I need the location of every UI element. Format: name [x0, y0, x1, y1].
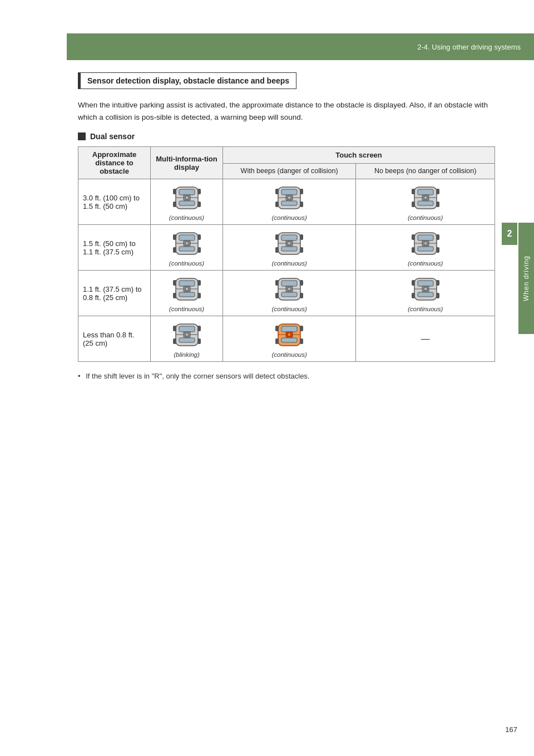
col-multi-header: Multi-informa-tion display [151, 147, 223, 179]
multi-info-cell: (blinking) [151, 316, 223, 362]
svg-rect-51 [418, 235, 433, 240]
svg-point-29 [424, 196, 427, 199]
svg-rect-91 [179, 326, 195, 332]
svg-rect-76 [275, 293, 279, 298]
header-bar: 2-4. Using other driving systems [67, 33, 534, 60]
svg-rect-31 [179, 235, 195, 240]
distance-cell: 1.5 ft. (50 cm) to 1.1 ft. (37.5 cm) [78, 225, 151, 271]
svg-point-99 [185, 333, 189, 336]
col-approx-header: Approximate distance to obstacle [78, 147, 151, 179]
svg-rect-81 [418, 281, 433, 286]
svg-rect-104 [275, 326, 279, 331]
svg-rect-95 [197, 326, 201, 331]
no-beeps-cell: (continuous) [356, 225, 495, 271]
svg-rect-107 [300, 338, 303, 344]
svg-rect-92 [179, 338, 195, 342]
no-beeps-cell: (continuous) [356, 271, 495, 316]
with-beeps-cell: (continuous) [223, 225, 356, 271]
svg-rect-62 [179, 292, 195, 297]
svg-rect-42 [281, 247, 297, 251]
svg-rect-67 [197, 293, 201, 298]
svg-rect-34 [173, 234, 176, 240]
svg-rect-32 [179, 247, 195, 251]
svg-rect-46 [275, 247, 279, 253]
svg-rect-96 [173, 338, 176, 344]
svg-rect-37 [197, 247, 201, 253]
svg-rect-1 [179, 189, 195, 195]
svg-rect-64 [173, 280, 176, 286]
svg-rect-84 [412, 280, 415, 286]
svg-rect-26 [412, 202, 415, 207]
body-text: When the intuitive parking assist is act… [78, 99, 495, 123]
page-number: 167 [505, 725, 517, 734]
table-row: 1.5 ft. (50 cm) to 1.1 ft. (37.5 cm) (co… [78, 225, 495, 271]
svg-rect-56 [412, 247, 415, 253]
svg-rect-101 [281, 326, 297, 332]
svg-rect-102 [281, 338, 297, 342]
table-row: 1.1 ft. (37.5 cm) to 0.8 ft. (25 cm) (co… [78, 271, 495, 316]
svg-rect-27 [436, 202, 439, 207]
svg-rect-75 [300, 280, 303, 286]
svg-rect-44 [275, 234, 279, 240]
svg-rect-16 [275, 202, 279, 207]
svg-rect-24 [412, 189, 415, 194]
footnote: • If the shift lever is in "R", only the… [78, 372, 495, 380]
svg-rect-4 [173, 189, 176, 194]
table-body: 3.0 ft. (100 cm) to 1.5 ft. (50 cm) (con… [78, 179, 495, 362]
svg-rect-52 [418, 247, 433, 251]
svg-rect-71 [281, 281, 297, 286]
svg-point-79 [288, 287, 291, 291]
svg-rect-41 [281, 235, 297, 240]
svg-point-49 [288, 242, 291, 245]
multi-info-cell: (continuous) [151, 179, 223, 225]
svg-rect-85 [436, 280, 439, 286]
svg-point-59 [424, 242, 427, 245]
svg-point-69 [185, 287, 189, 291]
svg-rect-86 [412, 293, 415, 298]
col-no-beeps-header: No beeps (no danger of collision) [356, 163, 495, 179]
svg-rect-65 [197, 280, 201, 286]
svg-point-89 [424, 287, 427, 291]
side-tab: When driving [518, 223, 534, 334]
svg-point-39 [185, 242, 189, 245]
svg-rect-57 [436, 247, 439, 253]
table-header-row-1: Approximate distance to obstacle Multi-i… [78, 147, 495, 164]
svg-rect-66 [173, 293, 176, 298]
main-content: Sensor detection display, obstacle dista… [67, 72, 506, 380]
with-beeps-cell: (continuous) [223, 271, 356, 316]
subsection-square-icon [78, 132, 86, 140]
svg-rect-14 [275, 189, 279, 194]
svg-rect-35 [197, 234, 201, 240]
svg-rect-94 [173, 326, 176, 331]
svg-rect-36 [173, 247, 176, 253]
svg-rect-12 [281, 201, 297, 205]
sensor-table: Approximate distance to obstacle Multi-i… [78, 146, 495, 362]
svg-rect-47 [300, 247, 303, 253]
svg-rect-7 [197, 202, 201, 207]
subsection-title: Dual sensor [78, 132, 495, 141]
header-title: 2-4. Using other driving systems [417, 43, 521, 51]
svg-rect-15 [300, 189, 303, 194]
col-with-beeps-header: With beeps (danger of collision) [223, 163, 356, 179]
section-header: Sensor detection display, obstacle dista… [78, 72, 296, 89]
subsection-label: Dual sensor [90, 132, 135, 141]
distance-cell: Less than 0.8 ft. (25 cm) [78, 316, 151, 362]
svg-rect-72 [281, 292, 297, 297]
touch-screen-header: Touch screen [223, 147, 495, 164]
svg-rect-77 [300, 293, 303, 298]
multi-info-cell: (continuous) [151, 271, 223, 316]
svg-rect-87 [436, 293, 439, 298]
svg-rect-61 [179, 281, 195, 286]
svg-rect-106 [275, 338, 279, 344]
svg-rect-105 [300, 326, 303, 331]
side-tab-label: When driving [522, 256, 530, 301]
multi-info-cell: (continuous) [151, 225, 223, 271]
no-beeps-cell: — [356, 316, 495, 362]
svg-rect-6 [173, 202, 176, 207]
no-beeps-cell: (continuous) [356, 179, 495, 225]
with-beeps-cell: (continuous) [223, 179, 356, 225]
svg-rect-17 [300, 202, 303, 207]
svg-point-9 [185, 196, 189, 199]
svg-rect-21 [418, 189, 433, 195]
svg-rect-11 [281, 189, 297, 195]
